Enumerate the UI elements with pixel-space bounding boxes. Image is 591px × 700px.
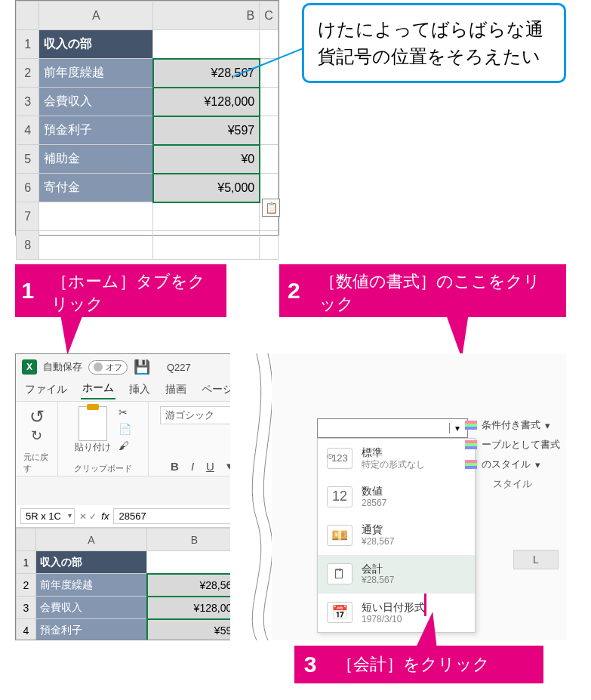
row-header[interactable]: 8 <box>17 231 39 260</box>
spreadsheet-1: A B C 1収入の部 2前年度繰越¥28,567 3会費収入¥128,000 … <box>16 1 279 260</box>
select-all-corner[interactable] <box>17 2 39 30</box>
format-option-currency[interactable]: 💴 通貨¥28,567 <box>318 516 475 554</box>
cell-a1[interactable]: 収入の部 <box>36 551 147 574</box>
cell-b1[interactable] <box>153 30 260 59</box>
tab-home[interactable]: ホーム <box>81 378 115 399</box>
copy-icon[interactable]: 📄 <box>119 423 131 435</box>
autosave-toggle[interactable]: オフ <box>88 360 128 375</box>
cell-c1[interactable] <box>260 30 279 59</box>
conditional-formatting-button[interactable]: 条件付き書式▾ <box>463 415 562 435</box>
paste-icon[interactable] <box>78 406 107 441</box>
row-header[interactable]: 4 <box>17 619 36 641</box>
format-option-short-date[interactable]: 📅 短い日付形式1978/3/10 <box>318 594 475 632</box>
col-header-c[interactable]: C <box>260 2 279 30</box>
step-3-flag: 3 ［会計］をクリック <box>294 646 543 683</box>
col-header-b[interactable]: B <box>147 529 242 551</box>
row-header[interactable]: 2 <box>17 59 39 88</box>
cell-b8[interactable] <box>153 231 260 260</box>
select-all-corner[interactable] <box>17 529 36 551</box>
tab-insert[interactable]: 挿入 <box>128 380 152 399</box>
cell-a4[interactable]: 預金利子 <box>39 116 153 145</box>
cell-a7[interactable] <box>39 202 153 231</box>
tab-file[interactable]: ファイル <box>23 380 69 399</box>
top-spreadsheet-panel: A B C 1収入の部 2前年度繰越¥28,567 3会費収入¥128,000 … <box>15 0 279 236</box>
format-painter-icon[interactable]: 🖌 <box>119 439 131 452</box>
formula-input[interactable]: 28567 <box>113 508 238 524</box>
row-header[interactable]: 1 <box>17 30 39 59</box>
styles-group-label: スタイル <box>463 474 562 494</box>
option-sample: 1978/3/10 <box>362 614 425 624</box>
cell-c5[interactable] <box>260 145 279 174</box>
clipboard-group: 貼り付け ✂ 📄 🖌 クリップボード <box>58 402 149 476</box>
underline-button[interactable]: U <box>203 458 217 474</box>
row-header[interactable]: 5 <box>17 145 39 174</box>
step-text: ［会計］をクリック <box>326 646 500 683</box>
cell-a3[interactable]: 会費収入 <box>39 88 153 116</box>
paste-label[interactable]: 貼り付け <box>75 441 111 454</box>
cell-b4[interactable]: ¥597 <box>147 619 242 641</box>
cell-a6[interactable]: 寄付金 <box>39 174 153 202</box>
row-header[interactable]: 3 <box>17 597 36 619</box>
cell-a3[interactable]: 会費収入 <box>36 597 147 619</box>
italic-button[interactable]: I <box>188 458 197 474</box>
cell-a2[interactable]: 前年度繰越 <box>36 574 147 597</box>
formula-bar: 5R x 1C ✕ ✓ fx 28567 <box>16 505 242 528</box>
cell-b2[interactable]: ¥28,567 <box>147 574 242 597</box>
styles-group: 条件付き書式▾ ーブルとして書式 のスタイル▾ スタイル <box>463 415 562 494</box>
cell-a5[interactable]: 補助金 <box>39 145 153 174</box>
option-title: 会計 <box>362 563 394 575</box>
chevron-down-icon: ▾ <box>535 459 540 470</box>
cell-c8[interactable] <box>260 231 279 260</box>
option-sample: 特定の形式なし <box>362 459 425 470</box>
cell-b7[interactable] <box>153 202 260 231</box>
fx-icon[interactable]: fx <box>101 510 109 522</box>
cell-styles-button[interactable]: のスタイル▾ <box>463 455 562 474</box>
row-header[interactable]: 2 <box>17 574 36 597</box>
cell-b5[interactable]: ¥0 <box>153 145 260 174</box>
col-header-b[interactable]: B <box>153 2 260 30</box>
bold-button[interactable]: B <box>168 458 182 474</box>
row-header[interactable]: 7 <box>17 202 39 231</box>
row-header[interactable]: 3 <box>17 88 39 116</box>
step-number: 3 <box>294 646 326 683</box>
document-name: Q227 <box>167 362 191 373</box>
col-header-a[interactable]: A <box>39 2 153 30</box>
number-format-dropdown-icon[interactable]: ▾ <box>449 423 464 433</box>
cancel-enter-icons[interactable]: ✕ ✓ <box>79 511 97 522</box>
cell-a4[interactable]: 預金利子 <box>36 619 147 641</box>
cond-format-icon <box>465 421 477 430</box>
cell-b3[interactable]: ¥128,000 <box>153 88 260 116</box>
group-label: 元に戻す <box>23 452 50 474</box>
cell-b4[interactable]: ¥597 <box>153 116 260 145</box>
format-option-general[interactable]: ⏲123 標準特定の形式なし <box>318 439 475 477</box>
name-box[interactable]: 5R x 1C <box>20 508 75 524</box>
cell-a2[interactable]: 前年度繰越 <box>39 59 153 88</box>
cell-c3[interactable] <box>260 88 279 116</box>
number-format-area: ▾ ⏲123 標準特定の形式なし 12 数値28567 💴 通貨¥28,567 … <box>272 353 566 640</box>
cell-c6[interactable] <box>260 174 279 202</box>
format-as-table-button[interactable]: ーブルとして書式 <box>463 435 562 455</box>
format-option-number[interactable]: 12 数値28567 <box>318 477 475 516</box>
step-number: 2 <box>279 264 309 317</box>
excel-logo-icon: X <box>22 359 37 375</box>
row-header[interactable]: 4 <box>17 116 39 145</box>
cell-a8[interactable] <box>39 231 153 260</box>
cell-c4[interactable] <box>260 116 279 145</box>
quick-analysis-icon[interactable]: 📋 <box>262 199 280 217</box>
cut-icon[interactable]: ✂ <box>119 406 131 418</box>
tab-draw[interactable]: 描画 <box>164 380 188 399</box>
cell-b3[interactable]: ¥128,000 <box>147 597 242 619</box>
col-header-l[interactable]: L <box>513 550 559 569</box>
save-icon[interactable]: 💾 <box>134 359 150 375</box>
col-header-a[interactable]: A <box>36 529 147 551</box>
redo-icon[interactable]: ↻ <box>31 427 42 444</box>
row-header[interactable]: 1 <box>17 551 36 574</box>
undo-icon[interactable]: ↺ <box>29 406 45 427</box>
cell-b1[interactable] <box>147 551 242 574</box>
number-format-combobox[interactable]: ▾ <box>317 418 468 438</box>
cell-b6[interactable]: ¥5,000 <box>153 174 260 202</box>
format-option-accounting[interactable]: 🗒 会計¥28,567 <box>318 555 475 594</box>
explanation-callout: けたによってばらばらな通貨記号の位置をそろえたい <box>302 3 566 83</box>
row-header[interactable]: 6 <box>17 174 39 202</box>
cell-a1[interactable]: 収入の部 <box>39 30 153 59</box>
